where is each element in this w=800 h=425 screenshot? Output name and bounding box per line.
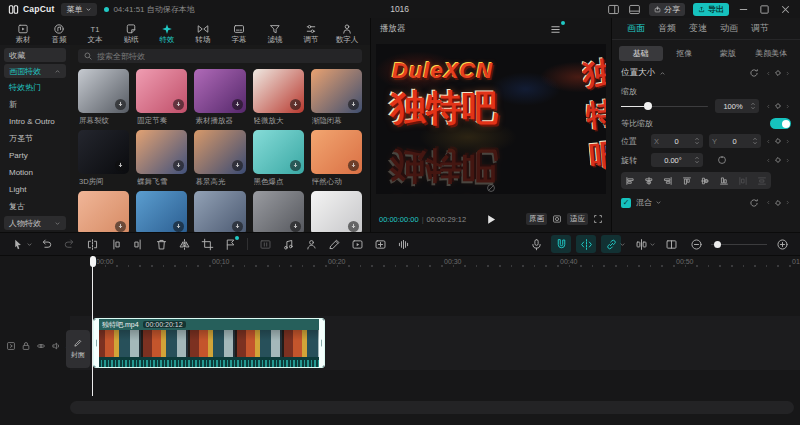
download-icon[interactable]	[348, 160, 359, 171]
effect-card[interactable]: 3D房间	[78, 130, 129, 186]
keyframe-next-icon[interactable]	[784, 70, 791, 77]
inspector-tab[interactable]: 音频	[658, 22, 676, 35]
download-icon[interactable]	[290, 99, 301, 110]
ribbon-tab-sticker[interactable]: 贴纸	[114, 20, 148, 45]
download-icon[interactable]	[115, 160, 126, 171]
redo-button[interactable]	[59, 235, 79, 253]
download-icon[interactable]	[173, 221, 184, 232]
video-clip[interactable]: 独特吧.mp4 00:00:20:12	[93, 318, 325, 368]
sidebar-item[interactable]: 新	[4, 97, 66, 112]
player-menu-icon[interactable]	[549, 23, 562, 36]
playhead-handle[interactable]	[90, 256, 96, 267]
section-collapse-icon[interactable]	[659, 70, 666, 77]
sidebar-item[interactable]: 万圣节	[4, 131, 66, 146]
effect-card[interactable]: 屏幕裂纹	[78, 69, 129, 125]
scale-slider-knob[interactable]	[644, 102, 652, 110]
playhead[interactable]	[92, 256, 93, 396]
keyframe-next-icon[interactable]	[784, 199, 791, 206]
mute-track-icon[interactable]	[51, 341, 61, 351]
quality-badge[interactable]: 原画	[526, 213, 547, 225]
keyframe-next-icon[interactable]	[784, 103, 791, 110]
keyframe-next-icon[interactable]	[784, 138, 791, 145]
download-icon[interactable]	[290, 160, 301, 171]
position-keyframe[interactable]	[765, 136, 791, 146]
hide-track-icon[interactable]	[36, 341, 46, 351]
mirror-button[interactable]	[174, 235, 194, 253]
effect-card[interactable]	[136, 191, 187, 232]
clip-trim-handle-right[interactable]	[319, 319, 324, 367]
blend-expand-icon[interactable]	[655, 199, 662, 206]
ribbon-tab-digital-human[interactable]: 数字人	[330, 20, 364, 45]
trash-button[interactable]	[151, 235, 171, 253]
sidebar-item[interactable]: 人物特效	[4, 216, 66, 230]
align-left-icon[interactable]	[621, 172, 640, 189]
effect-card[interactable]	[78, 191, 129, 232]
effect-card[interactable]: 暮景高光	[194, 130, 245, 186]
sidebar-item[interactable]: 特效热门	[4, 80, 66, 95]
timeline-ruler[interactable]: 00:0000:1000:2000:3000:4000:5001:00	[0, 256, 800, 269]
effect-card[interactable]: 蝶舞飞雪	[136, 130, 187, 186]
align-bottom-icon[interactable]	[715, 172, 734, 189]
download-icon[interactable]	[290, 221, 301, 232]
flag-button[interactable]	[220, 235, 240, 253]
download-icon[interactable]	[115, 221, 126, 232]
effect-card[interactable]	[311, 191, 362, 232]
effect-card[interactable]: 渐隐闭幕	[311, 69, 362, 125]
fit-ratio-badge[interactable]: 适应	[567, 213, 588, 225]
zoom-in-button[interactable]	[772, 235, 792, 253]
rotation-keyframe[interactable]	[765, 155, 791, 165]
audio-wave-button[interactable]	[393, 235, 413, 253]
effect-card[interactable]: 黑色爆点	[253, 130, 304, 186]
y-stepper[interactable]	[752, 137, 758, 145]
rotation-knob-icon[interactable]	[717, 155, 727, 165]
download-icon[interactable]	[232, 99, 243, 110]
download-icon[interactable]	[115, 99, 126, 110]
maximize-icon[interactable]	[758, 3, 771, 16]
effect-card[interactable]	[194, 191, 245, 232]
position-y-field[interactable]: Y 0	[709, 134, 761, 148]
sidebar-item[interactable]: Light	[4, 182, 66, 197]
fullscreen-icon[interactable]	[593, 214, 603, 224]
keyframe-prev-icon[interactable]	[765, 70, 772, 77]
align-center-h-icon[interactable]	[640, 172, 659, 189]
keyframe-prev-icon[interactable]	[765, 138, 772, 145]
keyframe-diamond-icon[interactable]	[773, 155, 783, 165]
keyframe-diamond-icon[interactable]	[773, 68, 783, 78]
add-box-button[interactable]	[370, 235, 390, 253]
inspector-tab[interactable]: 动画	[720, 22, 738, 35]
effect-card[interactable]: 固定节奏	[136, 69, 187, 125]
share-button[interactable]: 分享	[649, 3, 685, 16]
video-box-button[interactable]	[347, 235, 367, 253]
inspector-subtab[interactable]: 基础	[619, 46, 663, 61]
keyframe-control[interactable]	[765, 68, 791, 78]
inspector-subtab[interactable]: 美颜美体	[750, 46, 794, 61]
uniform-scale-toggle[interactable]	[770, 118, 791, 129]
cutout-button[interactable]	[301, 235, 321, 253]
caption-pen-button[interactable]	[324, 235, 344, 253]
effect-card[interactable]	[253, 191, 304, 232]
effect-card[interactable]: 素材播放器	[194, 69, 245, 125]
ribbon-tab-captions[interactable]: 字幕	[222, 20, 256, 45]
search-input[interactable]: 搜索全部特效	[78, 49, 362, 63]
preview-axis-button[interactable]	[631, 235, 651, 253]
horizontal-scrollbar[interactable]	[70, 401, 794, 414]
close-icon[interactable]	[779, 3, 792, 16]
download-icon[interactable]	[173, 160, 184, 171]
layout-switch-icon[interactable]	[607, 3, 620, 16]
inspector-subtab[interactable]: 抠像	[663, 46, 707, 61]
keyframe-prev-icon[interactable]	[765, 199, 772, 206]
align-top-icon[interactable]	[677, 172, 696, 189]
snap-button[interactable]	[576, 235, 596, 253]
inspector-subtab[interactable]: 蒙版	[706, 46, 750, 61]
x-stepper[interactable]	[694, 137, 700, 145]
download-icon[interactable]	[232, 221, 243, 232]
keyframe-diamond-icon[interactable]	[773, 198, 783, 208]
split-button[interactable]	[82, 235, 102, 253]
zoom-out-button[interactable]	[686, 235, 706, 253]
track-expand-icon[interactable]	[6, 341, 16, 351]
effect-card[interactable]: 轻微放大	[253, 69, 304, 125]
keyframe-prev-icon[interactable]	[765, 103, 772, 110]
keyframe-diamond-icon[interactable]	[773, 136, 783, 146]
scale-value-field[interactable]: 100%	[715, 99, 759, 113]
ribbon-tab-filter[interactable]: 滤镜	[258, 20, 292, 45]
